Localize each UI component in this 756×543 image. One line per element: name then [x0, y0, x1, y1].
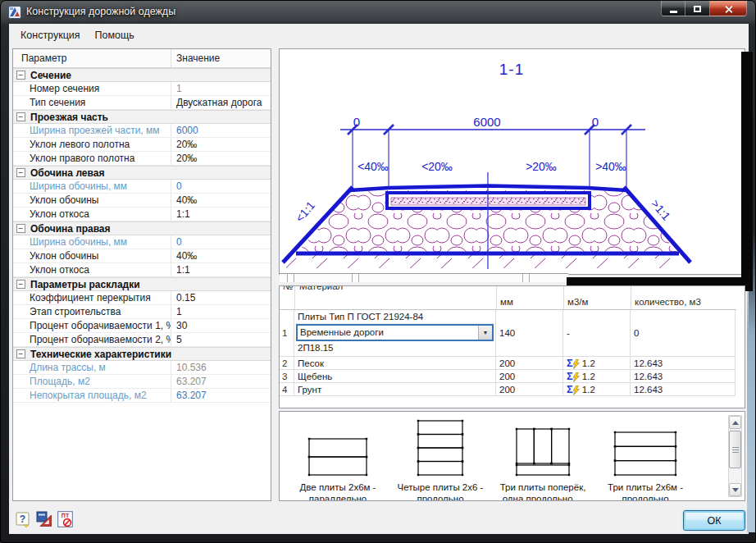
plate-layout-list: Две плиты 2х6м -параллельноЧетыре плиты … — [289, 417, 694, 501]
param-row: Номер сечения1 — [13, 82, 271, 96]
dialog-window: Конструкция дорожной одежды Конструкция … — [0, 0, 756, 543]
menu-item-help[interactable]: Помощь — [88, 25, 142, 45]
material-name: Щебень — [294, 370, 496, 383]
close-button[interactable] — [710, 1, 747, 16]
dimension-label-left: 0 — [332, 115, 381, 129]
lightning-icon — [572, 359, 580, 369]
minimize-button[interactable] — [661, 1, 685, 16]
param-value[interactable]: 5 — [171, 333, 271, 346]
param-section-row[interactable]: −Обочина левая — [13, 166, 271, 180]
param-label: Уклон правого полотна — [13, 152, 171, 165]
materials-panel: № Материал мм м3/м количество, м3 1Плиты… — [279, 285, 745, 408]
layouts-scrollbar[interactable] — [728, 415, 742, 497]
app-icon — [8, 6, 21, 19]
param-value[interactable]: Двускатная дорога — [171, 96, 271, 109]
collapse-icon[interactable]: − — [16, 71, 25, 80]
title-bar[interactable]: Конструкция дорожной одежды — [1, 1, 755, 24]
param-label: Тип сечения — [13, 96, 171, 109]
minimize-icon — [670, 11, 677, 13]
plate-layout-option[interactable]: Четыре плиты 2х6 -продольно — [392, 417, 489, 501]
scroll-down-button[interactable] — [729, 483, 741, 496]
material-volume-factor[interactable]: Σ1.2 — [563, 357, 631, 370]
collapse-icon[interactable]: − — [16, 224, 25, 233]
param-value[interactable]: 40‰ — [171, 194, 271, 207]
param-row: Ширина обочины, мм0 — [13, 180, 271, 194]
sum-formula: Σ1.2 — [567, 358, 595, 369]
material-row-number: 2 — [280, 357, 294, 370]
material-thickness[interactable]: 200 — [496, 370, 563, 383]
material-quantity: 12.643 — [631, 383, 736, 396]
maximize-button[interactable] — [685, 1, 710, 16]
collapse-icon[interactable]: − — [16, 168, 25, 177]
scroll-up-button[interactable] — [729, 416, 741, 429]
param-value[interactable]: 6000 — [171, 124, 271, 137]
param-value[interactable]: 0.15 — [171, 291, 271, 304]
volume-factor-value: 1.2 — [582, 358, 595, 368]
plate-layout-option[interactable]: Три плиты поперёк,одна продольно ... — [494, 417, 591, 501]
param-row: Уклон левого полотна20‰ — [13, 138, 271, 152]
scrollbar-thumb[interactable] — [729, 431, 741, 468]
plate-layout-option[interactable]: Три плиты 2х6м -продольно — [597, 417, 694, 501]
maximize-icon — [694, 6, 701, 12]
no-pavement-icon[interactable]: ПТ — [57, 511, 73, 527]
param-label: Уклон откоса — [13, 208, 171, 221]
sum-formula: Σ1.2 — [567, 371, 595, 382]
param-section-row[interactable]: −Параметры раскладки — [13, 277, 271, 291]
render-artifact-vertical — [741, 52, 753, 291]
param-section-label: Сечение — [30, 70, 71, 81]
material-combobox[interactable]: Временные дороги▼ — [296, 324, 494, 341]
param-value[interactable]: 1:1 — [171, 208, 271, 221]
arrow-up-icon — [732, 421, 739, 425]
help-icon[interactable]: ? — [16, 512, 30, 527]
param-value[interactable]: 1 — [171, 82, 271, 95]
param-row: Ширина проезжей части, мм6000 — [13, 124, 271, 138]
param-section-row[interactable]: −Сечение — [13, 68, 271, 82]
material-volume-factor[interactable]: - — [563, 310, 631, 357]
param-value[interactable]: 0 — [171, 180, 271, 193]
dimension-label-center: 6000 — [462, 115, 512, 129]
plate-layout-option[interactable]: Две плиты 2х6м -параллельно — [289, 417, 386, 501]
material-row-number: 4 — [280, 383, 294, 396]
ok-button[interactable]: ОК — [683, 510, 745, 531]
material-quantity: 12.643 — [631, 357, 736, 370]
collapse-icon[interactable]: − — [16, 112, 25, 121]
param-value[interactable]: 30 — [171, 319, 271, 332]
param-section-row[interactable]: −Проезжая часть — [13, 110, 271, 124]
help-icon-glyph: ? — [20, 513, 25, 525]
material-thickness[interactable]: 200 — [496, 383, 563, 396]
plate-layout-thumbnail — [307, 417, 369, 477]
param-value[interactable]: 1:1 — [171, 263, 271, 276]
materials-header-qty: количество, м3 — [635, 297, 701, 307]
window-controls — [661, 1, 747, 16]
material-volume-factor[interactable]: Σ1.2 — [563, 383, 631, 396]
param-label: Коэффициент перекрытия — [13, 291, 171, 304]
plate-layout-caption: Две плиты 2х6м -параллельно — [300, 481, 376, 501]
plate-layout-thumbnail — [613, 417, 678, 477]
material-thickness[interactable]: 200 — [496, 357, 563, 370]
material-thickness[interactable]: 140 — [496, 310, 563, 357]
param-section-row[interactable]: −Обочина правая — [13, 221, 271, 235]
collapse-icon[interactable]: − — [16, 349, 25, 358]
param-value[interactable]: 1 — [171, 305, 271, 318]
collapse-icon[interactable]: − — [16, 280, 25, 289]
material-volume-factor[interactable]: Σ1.2 — [563, 370, 631, 383]
chevron-down-icon[interactable]: ▼ — [478, 326, 492, 340]
param-value[interactable]: 10.536 — [171, 361, 271, 374]
set-square-icon[interactable] — [36, 511, 52, 527]
param-value[interactable]: 63.207 — [171, 375, 271, 388]
param-section-row[interactable]: −Технические характеристики — [13, 347, 271, 361]
param-value[interactable]: 20‰ — [171, 138, 271, 151]
plate-layout-thumbnail — [416, 417, 465, 477]
menu-item-construction[interactable]: Конструкция — [13, 25, 88, 45]
param-value[interactable]: 63.207 — [171, 389, 271, 402]
param-value[interactable]: 20‰ — [171, 152, 271, 165]
param-value[interactable]: 0 — [171, 235, 271, 249]
param-label: Номер сечения — [13, 82, 171, 95]
three-horizontal-icon — [613, 430, 678, 477]
param-value[interactable]: 40‰ — [171, 249, 271, 262]
param-header-value: Значение — [171, 49, 271, 67]
plate-layout-caption: Четыре плиты 2х6 -продольно — [398, 481, 484, 501]
material-gost-label: Плиты Тип П ГОСТ 21924-84 — [294, 310, 495, 324]
param-section-label: Параметры раскладки — [30, 279, 140, 290]
materials-header-num: № — [283, 286, 293, 291]
